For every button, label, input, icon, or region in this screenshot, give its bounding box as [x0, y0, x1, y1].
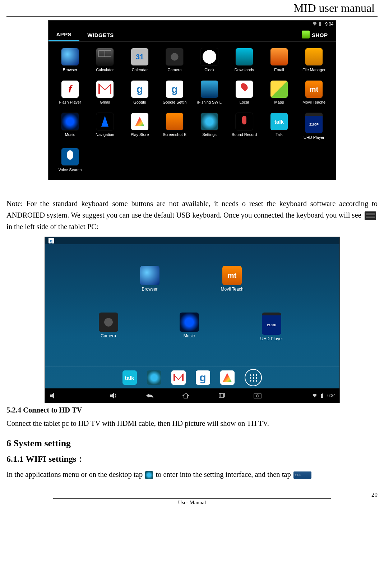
- volume-up-icon[interactable]: [108, 391, 119, 400]
- page-number: 20: [6, 491, 378, 498]
- app-local[interactable]: Local: [227, 81, 262, 104]
- footer-rule: [53, 498, 331, 499]
- page-header: MID user manual: [6, 0, 378, 16]
- fmgr-icon: [305, 48, 323, 65]
- app-settings[interactable]: Settings: [192, 113, 227, 140]
- app-email[interactable]: Email: [262, 48, 297, 72]
- fav-gset-icon[interactable]: g: [196, 370, 210, 385]
- app-label: Flash Player: [59, 100, 81, 104]
- home-app-browser[interactable]: Browser: [140, 266, 159, 292]
- screenshot-icon[interactable]: [252, 391, 263, 400]
- home-app-label: Music: [184, 333, 195, 338]
- app-label: Email: [274, 68, 284, 72]
- svg-rect-1: [320, 22, 320, 22]
- status-time: 9:04: [325, 22, 333, 27]
- note-text-after: in the left side of the tablet PC:: [6, 223, 98, 231]
- app-label: Calendar: [132, 68, 148, 72]
- home-app-movil-teach[interactable]: mtMovil Teach: [221, 266, 244, 292]
- fav-gmail-icon[interactable]: [171, 370, 186, 385]
- screenshot-homescreen: g BrowsermtMovil TeachCameraMusic2160PUH…: [45, 237, 340, 403]
- uhd-icon: 2160P: [305, 113, 323, 133]
- fav-settng-icon[interactable]: [147, 370, 161, 385]
- gmail-icon: [96, 81, 114, 98]
- app-voice-search[interactable]: Voice Search: [53, 148, 88, 172]
- app-music[interactable]: Music: [53, 113, 88, 140]
- settings-inline-icon: [145, 471, 153, 479]
- home-app-label: Browser: [142, 287, 157, 292]
- calc-icon: [96, 48, 114, 65]
- note-paragraph: Note: For the standard keyboard some but…: [6, 198, 378, 232]
- favorites-bar: talkg: [45, 366, 339, 388]
- app-label: Clock: [204, 68, 214, 72]
- back-icon[interactable]: [144, 391, 155, 400]
- maps-icon: [270, 81, 288, 98]
- svg-marker-3: [110, 393, 114, 398]
- home-app-music[interactable]: Music: [180, 313, 199, 338]
- app-uhd-player[interactable]: 2160PUHD Player: [297, 113, 332, 140]
- app-label: Sound Record: [232, 132, 257, 137]
- tab-apps[interactable]: APPS: [48, 28, 80, 41]
- home-icon[interactable]: [180, 391, 191, 400]
- svg-point-7: [256, 395, 259, 397]
- app-maps[interactable]: Maps: [262, 81, 297, 104]
- app-calendar[interactable]: 31Calendar: [122, 48, 157, 72]
- app-label: Calculator: [96, 68, 114, 72]
- uhd-icon: 2160P: [262, 313, 281, 335]
- shop-button[interactable]: SHOP: [312, 28, 336, 41]
- mt-icon: mt: [305, 81, 323, 98]
- vsearch-icon: [61, 148, 79, 165]
- nav-icon: [96, 113, 114, 130]
- fav-pstore-icon[interactable]: [220, 370, 235, 385]
- page-footer: 20 User Manual: [6, 491, 378, 506]
- app-label: Gmail: [100, 100, 110, 104]
- app-label: Camera: [167, 68, 181, 72]
- app-play-store[interactable]: Play Store: [122, 113, 157, 140]
- globe-icon: [61, 48, 79, 65]
- section-6-1-1-heading: 6.1.1 WIFI settings：: [6, 453, 378, 465]
- home-app-label: UHD Player: [260, 336, 283, 341]
- recent-icon[interactable]: [216, 391, 227, 400]
- app-screenshot-e[interactable]: Screenshot E: [157, 113, 192, 140]
- app-gmail[interactable]: Gmail: [88, 81, 122, 104]
- wifi-icon: [312, 393, 317, 398]
- app-google[interactable]: gGoogle: [122, 81, 157, 104]
- home-grid: BrowsermtMovil TeachCameraMusic2160PUHD …: [45, 244, 339, 366]
- all-apps-button[interactable]: [245, 369, 262, 386]
- app-flash-player[interactable]: fFlash Player: [53, 81, 88, 104]
- shop-icon[interactable]: [302, 31, 310, 38]
- app-file-manager[interactable]: File Manager: [297, 48, 332, 72]
- app-browser[interactable]: Browser: [53, 48, 88, 72]
- app-label: Local: [240, 100, 249, 104]
- fav-talk-icon[interactable]: talk: [122, 370, 137, 385]
- home-app-label: Movil Teach: [221, 287, 244, 292]
- down-icon: [236, 48, 253, 65]
- app-label: Movil Teache: [302, 100, 325, 104]
- app-camera[interactable]: Camera: [157, 48, 192, 72]
- mt-icon: mt: [222, 266, 242, 285]
- app-label: Talk: [276, 132, 283, 137]
- app-ifishing-sw-l[interactable]: iFishing SW L: [192, 81, 227, 104]
- app-downloads[interactable]: Downloads: [227, 48, 262, 72]
- section-5-2-4-heading: 5.2.4 Connect to HD TV: [6, 406, 378, 414]
- app-google-settin[interactable]: gGoogle Settin: [157, 81, 192, 104]
- wifi-body-before: In the applications menu or on the deskt…: [6, 470, 144, 478]
- app-label: Settings: [202, 132, 217, 137]
- nav-right-cluster: 6:34: [312, 393, 339, 398]
- app-talk[interactable]: talkTalk: [262, 113, 297, 140]
- home-app-camera[interactable]: Camera: [99, 313, 118, 338]
- home-app-uhd-player[interactable]: 2160PUHD Player: [260, 313, 283, 341]
- app-sound-record[interactable]: Sound Record: [227, 113, 262, 140]
- fish-icon: [201, 81, 218, 98]
- app-label: Browser: [63, 68, 77, 72]
- app-movil-teache[interactable]: mtMovil Teache: [297, 81, 332, 104]
- tab-widgets[interactable]: WIDGETS: [79, 28, 122, 41]
- app-navigation[interactable]: Navigation: [88, 113, 122, 140]
- app-clock[interactable]: Clock: [192, 48, 227, 72]
- svg-rect-8: [321, 394, 323, 398]
- nav-time: 6:34: [327, 393, 336, 398]
- pstore-icon: [131, 113, 148, 130]
- app-calculator[interactable]: Calculator: [88, 48, 122, 72]
- volume-down-icon[interactable]: [45, 391, 59, 400]
- app-label: Voice Search: [59, 168, 82, 172]
- globe-icon: [140, 266, 159, 285]
